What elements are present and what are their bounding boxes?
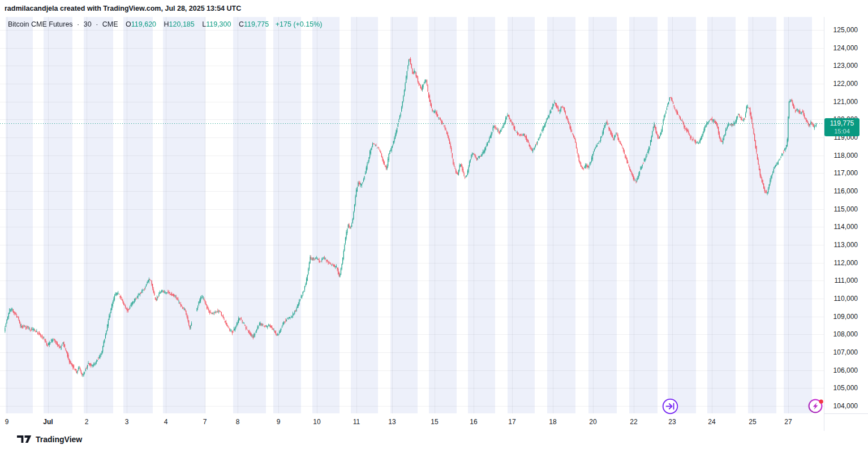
tradingview-logo[interactable]: TradingView [17, 435, 82, 444]
time-axis-label: 20 [589, 418, 596, 426]
last-price-badge[interactable]: 119,775 15:04 [824, 118, 860, 136]
high-value: 120,185 [169, 20, 195, 28]
bar-countdown: 15:04 [824, 128, 860, 135]
symbol-name[interactable]: Bitcoin CME Futures [8, 20, 73, 28]
time-axis-label: 4 [164, 418, 168, 426]
ohlc-close: C119,775 [239, 20, 269, 28]
price-axis-label: 109,000 [833, 313, 858, 321]
time-axis-label: 24 [708, 418, 715, 426]
tradingview-snapshot: radmilacandjela created with TradingView… [0, 0, 868, 449]
time-axis-label: 25 [749, 418, 756, 426]
price-axis-border [824, 17, 824, 431]
open-value: 119,620 [131, 20, 156, 28]
time-axis-label: 15 [431, 418, 438, 426]
brand-name: TradingView [36, 435, 82, 444]
chart-legend: Bitcoin CME Futures · 30 · CME O119,620 … [8, 20, 322, 28]
time-axis-label: 23 [668, 418, 676, 426]
open-label: O [126, 20, 131, 28]
ohlc-open: O119,620 [126, 20, 156, 28]
price-axis-label: 104,000 [833, 402, 858, 410]
chart-area: Bitcoin CME Futures · 30 · CME O119,620 … [0, 0, 868, 449]
price-axis-label: 108,000 [833, 330, 858, 338]
tradingview-logo-icon [17, 435, 32, 444]
price-axis-label: 114,000 [834, 223, 858, 231]
time-axis-label: 17 [508, 418, 515, 426]
price-axis-label: 107,000 [833, 348, 858, 356]
time-axis-label: 10 [313, 418, 320, 426]
go-to-realtime-icon [662, 398, 678, 415]
last-price-value: 119,775 [824, 119, 860, 128]
legend-separator: · [77, 20, 79, 28]
ohlc-high: H120,185 [164, 20, 195, 28]
exchange-name: CME [102, 20, 118, 28]
price-axis-label: 113,000 [834, 241, 858, 249]
time-axis-label: 9 [277, 418, 281, 426]
time-axis-label: Jul [43, 418, 53, 426]
time-axis-label: 8 [236, 418, 240, 426]
flash-alert-button[interactable] [807, 398, 824, 415]
low-value: 119,300 [206, 20, 231, 28]
high-label: H [164, 20, 169, 28]
price-axis-label: 115,000 [834, 205, 858, 213]
footer: TradingView [0, 431, 868, 449]
time-axis[interactable]: 9Jul23478910111315161718202223242527 [0, 413, 824, 431]
time-axis-label: 7 [203, 418, 207, 426]
go-to-realtime-button[interactable] [662, 398, 678, 415]
price-axis-label: 123,000 [833, 62, 858, 70]
time-axis-label: 2 [85, 418, 89, 426]
price-axis-label: 110,000 [834, 295, 858, 303]
price-axis-label: 112,000 [834, 259, 858, 267]
price-axis-label: 122,000 [833, 80, 858, 88]
close-label: C [239, 20, 244, 28]
close-value: 119,775 [244, 20, 269, 28]
time-axis-label: 27 [784, 418, 792, 426]
time-axis-label: 22 [630, 418, 637, 426]
time-axis-label: 11 [353, 418, 360, 426]
price-axis-label: 106,000 [833, 366, 858, 374]
change-value: +175 (+0.15%) [276, 20, 323, 28]
price-axis-label: 125,000 [833, 26, 858, 34]
time-axis-label: 18 [549, 418, 556, 426]
time-axis-label: 16 [470, 418, 477, 426]
time-axis-label: 3 [125, 418, 129, 426]
time-axis-label: 9 [5, 418, 9, 426]
candlestick-chart[interactable] [0, 0, 824, 431]
flash-icon [807, 398, 824, 415]
ohlc-low: L119,300 [202, 20, 231, 28]
price-axis-label: 105,000 [833, 384, 858, 392]
legend-separator: · [96, 20, 98, 28]
price-axis-label: 121,000 [833, 98, 858, 106]
price-axis[interactable]: 119,775 15:04 125,000124,000123,000122,0… [824, 0, 868, 431]
price-axis-label: 116,000 [834, 187, 858, 195]
interval-value[interactable]: 30 [84, 20, 92, 28]
price-axis-label: 124,000 [833, 44, 858, 52]
price-axis-label: 117,000 [834, 169, 858, 177]
alert-dot [819, 400, 823, 404]
time-axis-label: 13 [388, 418, 396, 426]
price-axis-label: 118,000 [834, 152, 858, 159]
price-axis-label: 111,000 [834, 277, 858, 284]
